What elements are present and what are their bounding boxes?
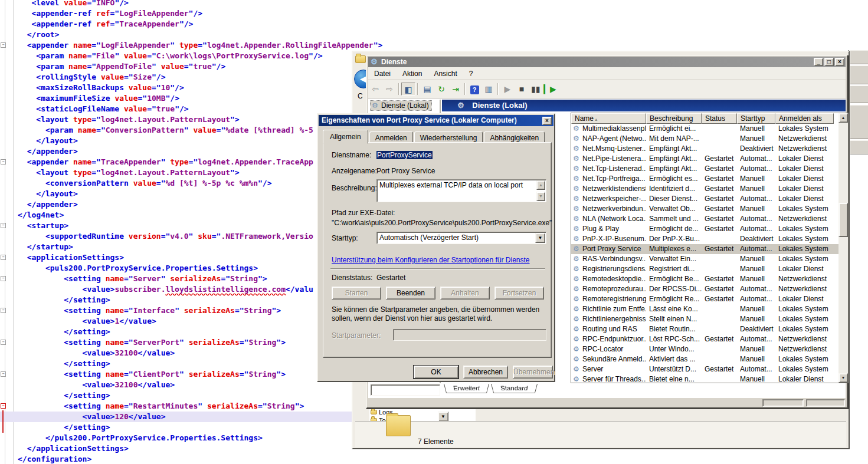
code-line[interactable]: <supportedRuntime version="v4.0" sku=".N… <box>0 231 313 242</box>
minimize-button[interactable]: _ <box>814 58 823 66</box>
service-row[interactable]: ⚙Remoteprozedurau...Der RPCSS-Di...Gesta… <box>571 284 838 294</box>
code-line[interactable]: </root> <box>0 29 59 40</box>
help-icon[interactable]: ? <box>467 83 482 96</box>
code-line[interactable]: </layout> <box>0 189 78 199</box>
start-service-icon[interactable]: ▶ <box>500 83 515 96</box>
service-row[interactable]: ⚙ServerUnterstützt D...GestartetAutomat.… <box>571 364 838 374</box>
folder-list[interactable]: LogsTools <box>369 408 476 421</box>
tab-standard[interactable]: Standard <box>491 384 538 393</box>
code-line[interactable]: <value>subscriber.lloydslistintelligence… <box>0 284 313 295</box>
beenden-button[interactable]: Beenden <box>386 287 435 300</box>
code-line[interactable]: <setting name="RestartMinutes" serialize… <box>0 401 304 412</box>
code-line[interactable]: <appender name="LogFileAppender" type="l… <box>0 40 382 51</box>
service-row[interactable]: ⚙RPC-Endpunktzuor...Löst RPC-Sch...Gesta… <box>571 334 838 344</box>
refresh-icon[interactable]: ↻ <box>434 83 448 96</box>
service-row[interactable]: ⚙RemoteregistrierungErmöglicht Re...Gest… <box>571 294 838 304</box>
chevron-down-icon[interactable]: ▼ <box>535 233 545 243</box>
close-icon[interactable]: × <box>542 117 552 125</box>
code-line[interactable]: <maximumFileSize value="10MB"/> <box>0 93 179 104</box>
fortsetzen-button[interactable]: Fortsetzen <box>494 287 544 300</box>
menu-help[interactable]: ? <box>463 67 479 78</box>
service-row[interactable]: ⚙Multimediaklassenpl...Ermöglicht ei...M… <box>571 124 838 134</box>
fold-toggle-icon[interactable]: − <box>1 371 6 377</box>
fold-toggle-icon[interactable]: − <box>1 223 6 228</box>
service-row[interactable]: ⚙Netzwerkspeicher-...Dieser Dienst...Ges… <box>571 194 838 204</box>
close-button[interactable]: × <box>835 58 844 66</box>
service-row[interactable]: ⚙Net.Pipe-Listenera...Empfängt Akt...Ges… <box>571 154 838 164</box>
startoptionen-link[interactable]: Unterstützung beim Konfigurieren der Sta… <box>332 256 530 264</box>
service-row[interactable]: ⚙Richtlinie zum Entfe...Lässt eine Ko...… <box>571 304 838 314</box>
scroll-down-button[interactable]: ▼ <box>838 373 848 383</box>
code-line[interactable]: <param name="File" value="C:\work\logs\P… <box>0 51 323 61</box>
fold-toggle-icon[interactable]: − <box>1 340 6 345</box>
maximize-button[interactable]: □ <box>824 58 834 66</box>
service-row[interactable]: ⚙Net.Tcp-Portfreiga...Ermöglicht es...Ge… <box>571 174 838 184</box>
code-line[interactable]: <setting name="ClientPort" serializeAs="… <box>0 369 286 380</box>
code-line[interactable]: </puls200.PortProxyService.Properties.Se… <box>0 433 263 443</box>
code-line[interactable]: <appender-ref ref="TraceAppender"/> <box>0 19 193 29</box>
code-line[interactable]: </setting> <box>0 295 110 305</box>
menu-datei[interactable]: Datei <box>368 67 397 78</box>
code-line[interactable]: <applicationSettings> <box>0 252 124 263</box>
code-line[interactable]: <value>32100</value> <box>0 348 175 358</box>
code-line[interactable]: <setting name="Server" serializeAs="Stri… <box>0 274 267 284</box>
fold-toggle-icon[interactable]: − <box>1 255 6 260</box>
column-header-status[interactable]: Status <box>702 113 737 124</box>
scroll-down-button[interactable]: ▼ <box>536 192 545 201</box>
folder-item[interactable]: Logs <box>369 408 476 416</box>
fold-toggle-icon[interactable]: − <box>1 276 6 281</box>
toolbar[interactable]: ⇦⇨◧▤↻⇥?▥▶■▮▮▎▶ <box>368 80 846 98</box>
services-list[interactable]: Name ▴BeschreibungStatusStarttypAnmelden… <box>571 113 849 383</box>
code-line[interactable]: <param name="ConversionPattern" value="%… <box>0 125 313 136</box>
service-row[interactable]: ⚙Net.Msmq-Listener...Empfängt Akt...Deak… <box>571 144 838 154</box>
menu-ansicht[interactable]: Ansicht <box>428 67 463 78</box>
column-header-name[interactable]: Name ▴ <box>571 113 646 124</box>
service-row[interactable]: ⚙Port Proxy ServiceMultiplexes e...Gesta… <box>571 244 838 254</box>
code-line[interactable]: <startup> <box>0 221 68 231</box>
fold-toggle-icon[interactable]: − <box>1 42 6 48</box>
menu-aktion[interactable]: Aktion <box>397 67 428 78</box>
code-line[interactable]: </log4net> <box>0 210 64 221</box>
code-line[interactable]: </setting> <box>0 422 110 433</box>
startparameter-input[interactable] <box>393 329 546 341</box>
code-line[interactable]: <appender-ref ref="LogFileAppender"/> <box>0 8 202 19</box>
starten-button[interactable]: Starten <box>332 287 381 300</box>
code-line[interactable]: <level value="INFO"/> <box>0 0 129 8</box>
column-header-anmelden-als[interactable]: Anmelden als <box>775 113 834 124</box>
menu-bar[interactable]: DateiAktionAnsicht? <box>368 67 846 80</box>
dialog-titlebar[interactable]: Eigenschaften von Port Proxy Service (Lo… <box>319 115 553 126</box>
service-row[interactable]: ⚙RAS-Verbindungsv...Verwaltet Ein...Manu… <box>571 254 838 264</box>
back-icon[interactable]: ⇦ <box>368 83 382 96</box>
service-row[interactable]: ⚙Richtlinienergebniss...Stellt einen N..… <box>571 314 838 324</box>
code-line[interactable]: <maxSizeRollBackups value="10"/> <box>0 83 184 93</box>
service-row[interactable]: ⚙NLA (Network Loca...Sammelt und ...Gest… <box>571 214 838 224</box>
code-line[interactable]: <conversionPattern value="%d [%t] %-5p %… <box>0 178 272 189</box>
service-row[interactable]: ⚙Registrierungsdiens...Registriert di...… <box>571 264 838 274</box>
code-line[interactable]: </layout> <box>0 136 78 146</box>
code-line[interactable]: <layout type="log4net.Layout.PatternLayo… <box>0 114 240 125</box>
code-line[interactable]: </applicationSettings> <box>0 443 129 454</box>
service-row[interactable]: ⚙Net.Tcp-Listenerad...Empfängt Akt...Ges… <box>571 164 838 174</box>
list-header[interactable]: Name ▴BeschreibungStatusStarttypAnmelden… <box>571 113 838 124</box>
beschreibung-textbox[interactable]: Multiplexes external TCP/IP data on loca… <box>376 179 546 202</box>
forward-icon[interactable]: ⇨ <box>382 83 397 96</box>
ok-button[interactable]: OK <box>414 366 458 379</box>
code-line[interactable]: <layout type="log4net.Layout.PatternLayo… <box>0 167 240 178</box>
service-row[interactable]: ⚙NAP-Agent (Netwo...Mit dem NAP-...Manue… <box>571 134 838 144</box>
dropdown-button[interactable]: ▼ <box>438 412 448 422</box>
code-line[interactable]: </appender> <box>0 146 78 157</box>
tab-allgemein[interactable]: Allgemein <box>323 130 368 144</box>
code-line[interactable]: <puls200.PortProxyService.Properties.Set… <box>0 263 258 274</box>
pause-service-icon[interactable]: ▮▮ <box>529 83 543 96</box>
folder-item[interactable]: Tools <box>369 416 476 421</box>
scroll-up-button[interactable]: ▲ <box>838 113 848 123</box>
code-line[interactable]: <setting name="ServerPort" serializeAs="… <box>0 337 286 348</box>
fold-toggle-icon[interactable]: − <box>1 159 6 164</box>
service-row[interactable]: ⚙Server für Threads...Bietet eine n...Ma… <box>571 374 838 383</box>
column-header-beschreibung[interactable]: Beschreibung <box>646 113 702 124</box>
filter-input[interactable] <box>371 384 440 396</box>
code-line[interactable]: <setting name="Interface" serializeAs="S… <box>0 305 281 316</box>
code-line[interactable]: <staticLogFileName value="true"/> <box>0 104 189 114</box>
service-row[interactable]: ⚙NetzwerklistendienstIdentifiziert d...G… <box>571 184 838 194</box>
service-row[interactable]: ⚙RPC-LocatorUnter Windo...ManuellNetzwer… <box>571 344 838 354</box>
